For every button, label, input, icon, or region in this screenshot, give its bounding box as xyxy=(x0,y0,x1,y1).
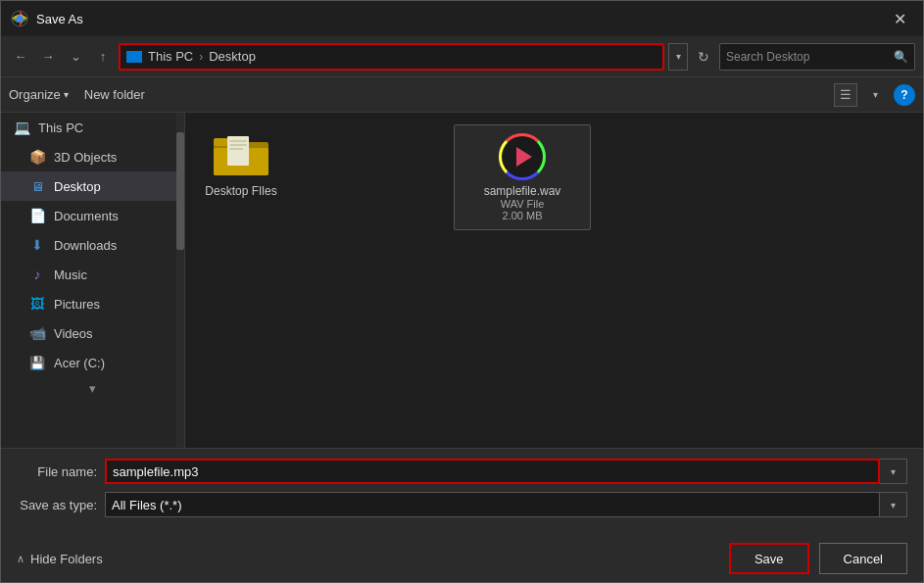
sidebar-label-pictures: Pictures xyxy=(54,297,100,312)
view-button[interactable]: ☰ xyxy=(834,83,857,107)
sidebar-scrollbar[interactable] xyxy=(176,113,184,448)
sidebar-item-documents[interactable]: 📄 Documents xyxy=(1,201,184,230)
sidebar-item-videos[interactable]: 📹 Videos xyxy=(1,318,184,348)
address-bar[interactable]: This PC › Desktop xyxy=(119,43,664,71)
sidebar-item-pictures[interactable]: 🖼 Pictures xyxy=(1,289,184,318)
filetype-input-wrap: All Files (*.*) ▾ xyxy=(105,492,907,517)
sidebar: 💻 This PC 📦 3D Objects 🖥 Desktop 📄 Docum… xyxy=(1,113,185,448)
sidebar-scroll-thumb[interactable] xyxy=(176,132,184,250)
toolbar: Organize ▾ New folder ☰ ▾ ? xyxy=(1,77,923,113)
sidebar-label-downloads: Downloads xyxy=(54,238,117,253)
filetype-dropdown-button[interactable]: ▾ xyxy=(880,492,907,517)
sidebar-scroll-down-icon: ▾ xyxy=(1,377,184,400)
sidebar-label-3d-objects: 3D Objects xyxy=(54,150,117,165)
folder-icon xyxy=(214,132,268,178)
sidebar-item-this-pc[interactable]: 💻 This PC xyxy=(1,113,184,142)
svg-point-2 xyxy=(17,16,24,23)
pc-icon xyxy=(126,51,142,63)
up-button[interactable]: ↑ xyxy=(91,45,115,69)
back-button[interactable]: ← xyxy=(9,45,32,69)
sidebar-label-videos: Videos xyxy=(54,326,93,341)
hide-folders-button[interactable]: ∧ Hide Folders xyxy=(17,552,103,566)
close-button[interactable]: ✕ xyxy=(886,7,913,30)
recent-button[interactable]: ⌄ xyxy=(64,45,87,69)
documents-icon: 📄 xyxy=(28,207,46,224)
filename-input-wrap: ▾ xyxy=(105,459,907,484)
acer-icon: 💾 xyxy=(28,354,46,371)
downloads-icon: ⬇ xyxy=(28,236,46,254)
sidebar-item-3d-objects[interactable]: 📦 3D Objects xyxy=(1,142,184,171)
sidebar-item-acer[interactable]: 💾 Acer (C:) xyxy=(1,348,184,377)
search-bar[interactable]: Search Desktop 🔍 xyxy=(719,43,915,71)
wav-size: 2.00 MB xyxy=(503,210,543,221)
new-folder-label: New folder xyxy=(84,87,145,102)
address-part-thispc: This PC xyxy=(148,49,193,64)
desktop-icon: 🖥 xyxy=(28,177,46,195)
refresh-button[interactable]: ↻ xyxy=(692,45,715,69)
address-dropdown-button[interactable]: ▾ xyxy=(668,43,688,71)
view-icon: ☰ xyxy=(840,87,851,102)
sidebar-label-acer: Acer (C:) xyxy=(54,356,105,370)
form-area: File name: ▾ Save as type: All Files (*.… xyxy=(1,448,923,535)
title-bar: Save As ✕ xyxy=(1,1,923,36)
filetype-row: Save as type: All Files (*.*) ▾ xyxy=(17,492,907,517)
help-label: ? xyxy=(900,88,907,102)
forward-button[interactable]: → xyxy=(36,45,60,69)
organize-label: Organize xyxy=(9,87,61,102)
organize-chevron-icon: ▾ xyxy=(64,89,69,100)
svg-rect-7 xyxy=(229,140,247,142)
search-icon: 🔍 xyxy=(894,50,908,64)
hide-folders-chevron-icon: ∧ xyxy=(17,553,24,565)
navigation-bar: ← → ⌄ ↑ This PC › Desktop ▾ ↻ Search Des… xyxy=(1,36,923,77)
save-button[interactable]: Save xyxy=(729,543,809,574)
wav-filename: samplefile.wav xyxy=(484,184,561,198)
search-placeholder: Search Desktop xyxy=(726,50,809,64)
main-area: 💻 This PC 📦 3D Objects 🖥 Desktop 📄 Docum… xyxy=(1,113,923,448)
sidebar-item-downloads[interactable]: ⬇ Downloads xyxy=(1,230,184,260)
wav-file-item[interactable]: samplefile.wav WAV File 2.00 MB xyxy=(454,124,591,230)
pictures-icon: 🖼 xyxy=(28,295,46,313)
filename-label: File name: xyxy=(17,464,105,479)
action-buttons: Save Cancel xyxy=(729,543,907,574)
this-pc-icon: 💻 xyxy=(13,119,30,136)
desktop-files-label: Desktop FIles xyxy=(205,184,276,198)
save-as-dialog: Save As ✕ ← → ⌄ ↑ This PC › Desktop ▾ ↻ … xyxy=(0,0,924,583)
svg-rect-8 xyxy=(229,144,247,146)
file-content-area: Desktop FIles samplefile.wav WAV File 2.… xyxy=(185,113,923,448)
videos-icon: 📹 xyxy=(28,324,46,342)
help-button[interactable]: ? xyxy=(894,84,915,106)
cancel-button[interactable]: Cancel xyxy=(819,543,907,574)
3d-objects-icon: 📦 xyxy=(28,148,46,166)
sidebar-label-music: Music xyxy=(54,267,87,282)
dialog-title: Save As xyxy=(36,12,886,26)
wav-ring-icon xyxy=(499,133,546,180)
filetype-select[interactable]: All Files (*.*) xyxy=(105,492,880,517)
bottom-bar: ∧ Hide Folders Save Cancel xyxy=(1,535,923,582)
sidebar-label-desktop: Desktop xyxy=(54,179,101,194)
filename-input[interactable] xyxy=(105,459,880,484)
filetype-label: Save as type: xyxy=(17,498,105,512)
filetype-value: All Files (*.*) xyxy=(112,498,182,512)
address-part-desktop: Desktop xyxy=(209,49,256,64)
organize-button[interactable]: Organize ▾ xyxy=(9,87,69,102)
view-chevron-icon: ▾ xyxy=(873,89,878,100)
sidebar-label-documents: Documents xyxy=(54,209,119,223)
sidebar-item-desktop[interactable]: 🖥 Desktop xyxy=(1,171,184,201)
new-folder-button[interactable]: New folder xyxy=(84,87,145,102)
desktop-files-folder[interactable]: Desktop FIles xyxy=(197,124,285,230)
hide-folders-label: Hide Folders xyxy=(30,552,103,566)
filename-dropdown-button[interactable]: ▾ xyxy=(880,459,907,484)
app-icon xyxy=(11,10,28,27)
wav-play-icon xyxy=(499,133,546,180)
sidebar-item-music[interactable]: ♪ Music xyxy=(1,260,184,289)
music-icon: ♪ xyxy=(28,266,46,283)
svg-rect-9 xyxy=(229,148,243,150)
address-separator-1: › xyxy=(199,50,203,64)
wav-type: WAV File xyxy=(501,198,545,210)
sidebar-label-this-pc: This PC xyxy=(38,121,83,135)
filename-row: File name: ▾ xyxy=(17,459,907,484)
